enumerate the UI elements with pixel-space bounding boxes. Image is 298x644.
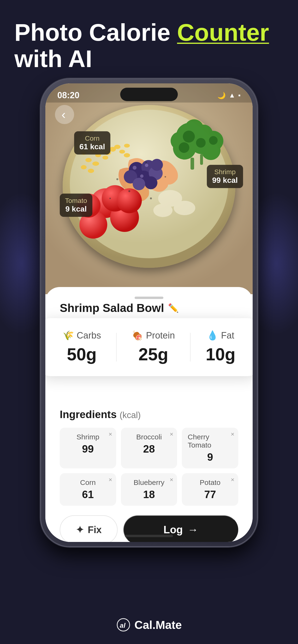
macro-carbs-header: 🌾 Carbs [63, 330, 101, 341]
ingredient-potato-name: Potato [200, 478, 221, 486]
svg-point-42 [145, 164, 148, 167]
svg-point-11 [85, 158, 92, 162]
bowl-visual [45, 84, 253, 294]
sparkle-icon: ✦ [76, 524, 84, 535]
svg-point-16 [81, 165, 87, 170]
header-line1: Photo Calorie [14, 19, 170, 46]
remove-potato-button[interactable]: × [231, 476, 234, 484]
svg-rect-31 [191, 158, 194, 170]
moon-icon: 🌙 [217, 92, 226, 100]
remove-blueberry-button[interactable]: × [170, 476, 173, 484]
svg-point-38 [144, 176, 158, 189]
svg-point-57 [109, 198, 111, 199]
brand-logo-icon: al [116, 618, 130, 632]
fix-label: Fix [88, 524, 102, 535]
shrimp-tag-cal: 99 kcal [212, 176, 238, 185]
edit-icon[interactable]: ✏️ [168, 303, 179, 313]
svg-point-12 [92, 162, 99, 166]
svg-point-18 [124, 144, 130, 148]
svg-text:al: al [120, 622, 126, 629]
fat-label: Fat [221, 330, 234, 341]
fix-button[interactable]: ✦ Fix [60, 515, 117, 542]
carbs-label: Carbs [77, 330, 101, 341]
svg-point-41 [133, 166, 136, 170]
header-section: Photo Calorie Counter with AI [14, 19, 284, 72]
fat-value: 10g [206, 344, 235, 364]
ingredients-title: Ingredients (kcal) [60, 408, 238, 420]
wifi-icon: ▲ [229, 92, 235, 99]
tomato-tag-cal: 9 kcal [65, 204, 87, 214]
home-indicator [125, 535, 173, 537]
pull-indicator [135, 296, 163, 299]
arrow-icon: → [188, 524, 198, 536]
phone-screen: 08:20 🌙 ▲ ▪️ [45, 84, 253, 542]
tomato-tag-name: Tomato [65, 197, 87, 204]
carbs-value: 50g [67, 344, 97, 364]
remove-cherry-tomato-button[interactable]: × [231, 430, 234, 438]
ingredient-blueberry-cal: 18 [143, 488, 155, 500]
ingredient-shrimp-name: Shrimp [77, 433, 99, 441]
svg-point-13 [102, 156, 108, 160]
ingredient-shrimp-cal: 99 [82, 443, 94, 455]
back-button[interactable] [55, 105, 74, 124]
ingredient-cherry-tomato: × Cherry Tomato 9 [182, 428, 238, 468]
macro-protein: 🍖 Protein 25g [132, 330, 175, 364]
macro-divider-1 [116, 333, 117, 362]
log-label: Log [163, 524, 183, 536]
ingredient-corn-cal: 61 [82, 488, 94, 500]
svg-point-39 [133, 178, 145, 190]
protein-label: Protein [146, 330, 175, 341]
svg-point-28 [196, 138, 206, 148]
food-tag-tomato: Tomato 9 kcal [60, 194, 92, 217]
svg-point-17 [88, 169, 94, 173]
ingredient-broccoli: × Broccoli 28 [121, 428, 177, 468]
ingredients-section: Ingredients (kcal) × Shrimp 99 × Broccol… [60, 408, 238, 542]
remove-broccoli-button[interactable]: × [170, 430, 173, 438]
svg-point-15 [124, 153, 130, 158]
corn-tag-name: Corn [79, 135, 105, 142]
carbs-icon: 🌾 [63, 330, 74, 341]
status-icons: 🌙 ▲ ▪️ [217, 92, 241, 100]
header-accent: Counter [177, 19, 269, 46]
remove-shrimp-button[interactable]: × [108, 430, 112, 438]
protein-icon: 🍖 [132, 330, 143, 341]
ingredients-grid: × Shrimp 99 × Broccoli 28 × Cherry Tomat… [60, 428, 238, 506]
ingredient-blueberry: × Blueberry 18 [121, 473, 177, 506]
food-photo: Corn 61 kcal Shrimp 99 kcal Tomato 9 kca… [45, 84, 253, 294]
svg-point-54 [145, 162, 147, 163]
svg-point-40 [151, 159, 163, 171]
svg-rect-32 [200, 154, 203, 165]
log-button[interactable]: Log → [123, 515, 238, 542]
svg-point-58 [150, 198, 152, 199]
ingredient-potato: × Potato 77 [182, 473, 238, 506]
ingredient-shrimp: × Shrimp 99 [60, 428, 116, 468]
svg-point-43 [140, 174, 143, 178]
ingredient-cherry-tomato-name: Cherry Tomato [188, 433, 232, 449]
phone-wrapper: 08:20 🌙 ▲ ▪️ [41, 79, 257, 546]
svg-point-30 [209, 136, 218, 145]
ingredient-cherry-tomato-cal: 9 [207, 451, 213, 463]
svg-point-9 [114, 145, 120, 149]
ingredient-broccoli-cal: 28 [143, 443, 155, 455]
macro-protein-header: 🍖 Protein [132, 330, 175, 341]
dynamic-island [120, 88, 178, 101]
status-time: 08:20 [57, 90, 79, 100]
remove-corn-button[interactable]: × [108, 476, 112, 484]
food-tag-shrimp: Shrimp 99 kcal [207, 165, 243, 188]
footer-brand: al Cal.Mate [116, 618, 182, 632]
header-line2: with AI [14, 45, 92, 72]
macro-divider-2 [190, 333, 191, 362]
macro-fat-header: 💧 Fat [207, 330, 234, 341]
ingredient-corn-name: Corn [80, 478, 96, 486]
battery-icon: ▪️ [238, 92, 241, 99]
svg-point-52 [153, 204, 173, 217]
header-title: Photo Calorie Counter with AI [14, 19, 284, 72]
meal-name-row: Shrimp Salad Bowl ✏️ [60, 302, 238, 314]
brand-name: Cal.Mate [134, 618, 182, 632]
macro-carbs: 🌾 Carbs 50g [63, 330, 101, 364]
ingredient-potato-cal: 77 [204, 488, 216, 500]
phone-frame: 08:20 🌙 ▲ ▪️ [41, 79, 257, 546]
ingredient-broccoli-name: Broccoli [136, 433, 162, 441]
svg-point-53 [116, 178, 118, 180]
shrimp-tag-name: Shrimp [212, 168, 238, 176]
